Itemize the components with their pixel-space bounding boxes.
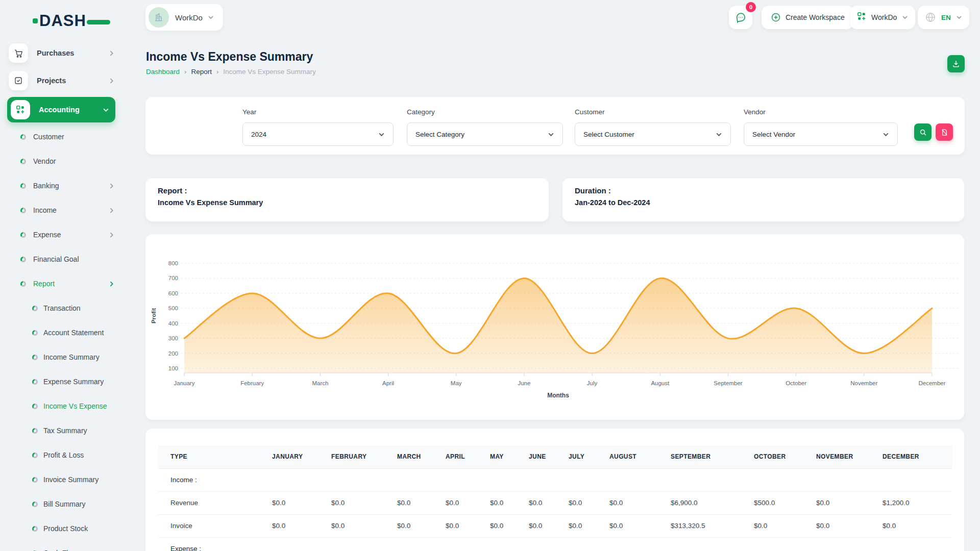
x-tick-label: September [714, 380, 742, 386]
y-axis-title: Profit [151, 308, 157, 323]
sidebar-item-label: Invoice Summary [43, 475, 99, 484]
logo-bar-icon [87, 20, 110, 24]
report-summary-card: Report : Income Vs Expense Summary [145, 178, 549, 221]
app-root: DASH PurchasesProjectsAccountingCustomer… [0, 0, 980, 551]
sidebar-item-label: Income Vs Expense [43, 402, 107, 410]
x-tick-label: October [786, 380, 806, 386]
cell-value: $0.0 [569, 491, 609, 514]
cell-value: $0.0 [397, 514, 446, 537]
cell-value: $1,200.0 [883, 491, 952, 514]
download-report-button[interactable] [947, 55, 965, 72]
area-chart-svg: 100200300400500600700800JanuaryFebruaryM… [145, 234, 964, 420]
language-selector[interactable]: EN [918, 6, 969, 29]
y-tick-label: 600 [168, 290, 178, 296]
sidebar-item-label: Banking [33, 182, 59, 190]
sidebar-item-label: Projects [37, 77, 66, 85]
sidebar-item-vendor[interactable]: Vendor [8, 149, 115, 173]
globe-icon [925, 12, 936, 23]
cell-value: $0.0 [446, 491, 490, 514]
cell-value: $0.0 [529, 514, 569, 537]
chevron-down-icon [956, 14, 962, 20]
vendor-select[interactable]: Select Vendor [744, 122, 898, 146]
grid-plus-icon [857, 12, 866, 23]
category-select[interactable]: Select Category [407, 122, 563, 146]
reset-filter-icon [941, 129, 948, 136]
sidebar-item-customer[interactable]: Customer [8, 124, 115, 149]
x-tick-label: December [918, 380, 945, 386]
sidebar-item-income[interactable]: Income [8, 198, 115, 222]
sidebar-item-label: Income [33, 206, 57, 214]
breadcrumb-item[interactable]: Report [191, 68, 212, 76]
sidebar-item-product-stock[interactable]: Product Stock [8, 516, 115, 541]
y-tick-label: 400 [168, 320, 178, 327]
sidebar-item-tax-summary[interactable]: Tax Summary [8, 418, 115, 443]
cell-value: $0.0 [816, 491, 883, 514]
brand-logo[interactable]: DASH [33, 12, 119, 30]
cell-value: $313,320.5 [671, 514, 754, 537]
breadcrumb-item: Income Vs Expense Summary [223, 68, 316, 76]
year-filter-label: Year [242, 108, 256, 116]
sidebar-item-label: Transaction [43, 304, 81, 312]
sidebar-item-account-statement[interactable]: Account Statement [8, 320, 115, 345]
breadcrumb-item[interactable]: Dashboard [146, 68, 180, 76]
cell-value: $0.0 [609, 514, 671, 537]
chevron-down-icon [902, 14, 908, 20]
building-icon [154, 12, 164, 22]
profit-area-chart: 100200300400500600700800JanuaryFebruaryM… [145, 234, 964, 420]
report-card-value: Income Vs Expense Summary [158, 198, 536, 207]
row-type: Invoice [158, 514, 272, 537]
sidebar-item-income-vs-expense[interactable]: Income Vs Expense [8, 394, 115, 418]
sidebar-item-projects[interactable]: Projects [8, 69, 115, 92]
cell-value: $500.0 [754, 491, 816, 514]
x-tick-label: July [587, 380, 598, 386]
duration-summary-card: Duration : Jan-2024 to Dec-2024 [562, 178, 964, 221]
messages-button[interactable]: 0 [729, 6, 752, 29]
sidebar-item-accounting[interactable]: Accounting [7, 97, 115, 122]
chevron-down-icon [548, 131, 554, 138]
create-workspace-button[interactable]: Create Workspace [762, 6, 854, 29]
cell-value: $0.0 [490, 491, 529, 514]
year-filter-group: Year [242, 108, 256, 116]
sidebar-item-banking[interactable]: Banking [8, 173, 115, 198]
bullet-icon [32, 428, 38, 434]
sidebar-item-report[interactable]: Report [8, 271, 115, 296]
apply-filter-button[interactable] [914, 123, 932, 141]
sidebar-item-profit-loss[interactable]: Profit & Loss [8, 443, 115, 467]
page-title: Income Vs Expense Summary [146, 50, 313, 64]
column-header: JANUARY [272, 445, 331, 468]
cell-value: $0.0 [883, 514, 952, 537]
bullet-icon [32, 330, 38, 336]
sidebar-item-invoice-summary[interactable]: Invoice Summary [8, 467, 115, 492]
workspace-name: WorkDo [175, 13, 203, 22]
table-section-row: Expense : [158, 537, 952, 551]
category-select-value: Select Category [415, 131, 548, 138]
y-tick-label: 300 [168, 335, 178, 341]
customer-select[interactable]: Select Customer [575, 122, 731, 146]
download-icon [952, 60, 960, 68]
sidebar-item-label: Accounting [39, 106, 80, 114]
sidebar-item-purchases[interactable]: Purchases [8, 42, 115, 64]
customer-filter-group: Customer [575, 108, 605, 116]
checkbox-icon [9, 71, 28, 90]
bullet-icon [32, 306, 38, 311]
sidebar-item-income-summary[interactable]: Income Summary [8, 345, 115, 369]
vendor-filter-label: Vendor [744, 108, 766, 116]
sidebar-item-expense-summary[interactable]: Expense Summary [8, 369, 115, 394]
bullet-icon [32, 526, 38, 532]
table-section-row: Income : [158, 468, 952, 491]
sidebar-item-bill-summary[interactable]: Bill Summary [8, 492, 115, 516]
reset-filter-button[interactable] [936, 123, 953, 141]
year-select[interactable]: 2024 [242, 122, 394, 146]
sidebar-item-cash-flow[interactable]: Cash Flow [8, 541, 115, 551]
cell-value: $0.0 [331, 491, 397, 514]
workspace-switcher[interactable]: WorkDo [145, 4, 223, 31]
workdo-menu-button[interactable]: WorkDo [850, 6, 915, 29]
sidebar-item-label: Cash Flow [43, 549, 77, 551]
sidebar-item-expense[interactable]: Expense [8, 222, 115, 247]
sidebar-item-financial-goal[interactable]: Financial Goal [8, 247, 115, 271]
bullet-icon [20, 159, 26, 164]
create-workspace-label: Create Workspace [786, 13, 845, 21]
sidebar-item-label: Income Summary [43, 353, 100, 361]
column-header: SEPTEMBER [671, 445, 754, 468]
sidebar-item-transaction[interactable]: Transaction [8, 296, 115, 320]
